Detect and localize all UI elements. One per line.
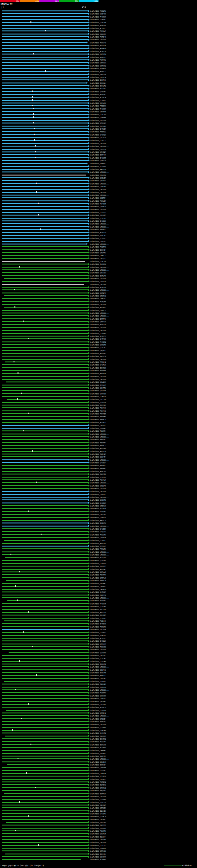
hit-bar[interactable] [2, 284, 84, 285]
hit-label[interactable]: UniRef100_A5N750 [90, 50, 106, 53]
hit-label[interactable]: UniRef100_A1BQ66 [90, 301, 106, 303]
hit-label[interactable]: UniRef100_UP1000... [90, 715, 109, 717]
hit-bar[interactable] [2, 658, 88, 659]
hit-label[interactable]: UniRef100_B8NV82 [90, 720, 106, 723]
hit-bar[interactable] [2, 744, 88, 745]
hit-label[interactable]: UniRef100_A4S172 [90, 341, 106, 343]
hit-label[interactable]: UniRef100_Q61ZB7 [90, 654, 106, 657]
hit-label[interactable]: UniRef100_C1E430 [90, 12, 106, 15]
hit-bar[interactable] [2, 612, 88, 613]
hit-bar[interactable] [2, 753, 88, 754]
hit-bar[interactable] [6, 381, 88, 382]
hit-bar[interactable] [2, 644, 88, 645]
hit-label[interactable]: UniRef100_C5P4Y8 [90, 838, 106, 841]
hit-bar[interactable] [2, 373, 88, 374]
hit-bar[interactable] [2, 281, 88, 282]
hit-bar[interactable] [2, 692, 88, 693]
hit-label[interactable]: UniRef100_UP1000... [90, 194, 109, 196]
hit-label[interactable]: UniRef100_C7GM26 [90, 709, 106, 712]
hit-label[interactable]: UniRef100_Q4Q1C3 [90, 502, 106, 504]
hit-bar[interactable] [2, 42, 87, 43]
hit-label[interactable]: UniRef100_P48161 [90, 510, 106, 513]
hit-bar[interactable] [2, 603, 88, 604]
hit-label[interactable]: UniRef100_B3GBT5 [90, 507, 106, 510]
hit-bar[interactable] [2, 819, 88, 820]
hit-label[interactable]: UniRef100_P02406 [90, 628, 106, 631]
hit-label[interactable]: UniRef100_A6YMJ4 [90, 418, 106, 421]
hit-label[interactable]: UniRef100_A9U0C6 [90, 44, 106, 47]
hit-bar[interactable] [2, 589, 88, 590]
hit-bar[interactable] [2, 154, 88, 155]
hit-label[interactable]: UniRef100_A8E6R5 [90, 352, 106, 355]
hit-bar[interactable] [2, 526, 88, 527]
hit-label[interactable]: UniRef100_B8M9X2 [90, 827, 106, 830]
hit-bar[interactable] [2, 45, 88, 46]
hit-label[interactable]: UniRef100_C5FYQ0 [90, 850, 106, 852]
hit-label[interactable]: UniRef100_A6YMK8 [90, 410, 106, 412]
hit-bar[interactable] [2, 74, 88, 75]
hit-label[interactable]: UniRef100_A3BM51 [90, 335, 106, 338]
hit-bar[interactable] [2, 108, 88, 109]
hit-bar[interactable] [2, 126, 88, 127]
hit-bar[interactable] [5, 854, 88, 855]
hit-label[interactable]: UniRef100_Q5QB12 [90, 349, 106, 352]
hit-bar[interactable] [2, 390, 88, 391]
hit-bar[interactable] [2, 491, 88, 492]
hit-label[interactable]: UniRef100_Q6FWW1 [90, 571, 106, 573]
hit-label[interactable]: UniRef100_UP1000... [90, 723, 109, 726]
hit-bar[interactable] [2, 445, 88, 446]
hit-bar[interactable] [2, 537, 88, 538]
hit-bar[interactable] [2, 183, 88, 184]
hit-label[interactable]: UniRef100_C1C1S2 [90, 211, 106, 214]
hit-label[interactable]: UniRef100_A9RSH4 [90, 24, 106, 27]
hit-label[interactable]: UniRef100_B8NRL6 [90, 847, 106, 849]
hit-bar[interactable] [2, 100, 88, 101]
hit-label[interactable]: UniRef100_B0XV98 [90, 744, 106, 746]
hit-bar[interactable] [2, 807, 88, 808]
hit-bar[interactable] [2, 454, 88, 455]
hit-bar[interactable] [2, 30, 88, 31]
hit-bar[interactable] [2, 448, 88, 448]
hit-bar[interactable] [2, 370, 88, 371]
hit-label[interactable]: UniRef100_C4R1V3 [90, 698, 106, 700]
hit-label[interactable]: UniRef100_B5WLH5 [90, 634, 106, 637]
hit-label[interactable]: UniRef100_P48160 [90, 263, 106, 266]
hit-bar[interactable] [2, 195, 88, 195]
hit-label[interactable]: UniRef100_UP1000... [90, 269, 109, 271]
hit-bar[interactable] [2, 94, 88, 95]
hit-bar[interactable] [2, 235, 88, 236]
hit-label[interactable]: UniRef100_UP1000... [90, 496, 109, 498]
hit-bar[interactable] [2, 111, 88, 112]
hit-label[interactable]: UniRef100_A7EWW9 [90, 859, 106, 861]
hit-bar[interactable] [2, 482, 88, 483]
hit-label[interactable]: UniRef100_B2B3S8 [90, 801, 106, 804]
hit-bar[interactable] [2, 428, 88, 429]
hit-label[interactable]: UniRef100_C1GMH0 [90, 669, 106, 671]
hit-label[interactable]: UniRef100_Q0UKV5 [90, 833, 106, 835]
hit-label[interactable]: UniRef100_A6YMK6 [90, 447, 106, 450]
hit-bar[interactable] [2, 747, 88, 748]
hit-bar[interactable] [2, 773, 88, 774]
hit-label[interactable]: UniRef100_A6ZUT8 [90, 611, 106, 614]
hit-label[interactable]: UniRef100_A7UV59 [90, 706, 106, 709]
hit-label[interactable]: UniRef100_UP1000... [90, 266, 109, 269]
hit-label[interactable]: UniRef100_A9P931 [90, 70, 106, 73]
hit-label[interactable]: UniRef100_B7PPM6 [90, 318, 106, 320]
hit-label[interactable]: UniRef100_A6YPB2 [90, 438, 106, 441]
hit-bar[interactable] [2, 192, 88, 193]
hit-bar[interactable] [2, 554, 88, 555]
hit-bar[interactable] [2, 270, 88, 270]
hit-bar[interactable] [2, 19, 88, 20]
hit-label[interactable]: UniRef100_A9P8T3 [90, 56, 106, 59]
hit-label[interactable]: UniRef100_C3KHD0 [90, 395, 106, 398]
hit-label[interactable]: UniRef100_A2R3F1 [90, 755, 106, 757]
hit-bar[interactable] [2, 701, 88, 702]
hit-bar[interactable] [2, 845, 88, 846]
hit-bar[interactable] [2, 531, 88, 532]
hit-bar[interactable] [2, 750, 88, 751]
hit-label[interactable]: UniRef100_Q9C816 [90, 148, 106, 151]
hit-bar[interactable] [2, 451, 88, 452]
hit-bar[interactable] [4, 307, 88, 308]
hit-label[interactable]: UniRef100_A6N5M9 [90, 470, 106, 473]
hit-bar[interactable] [2, 548, 88, 549]
